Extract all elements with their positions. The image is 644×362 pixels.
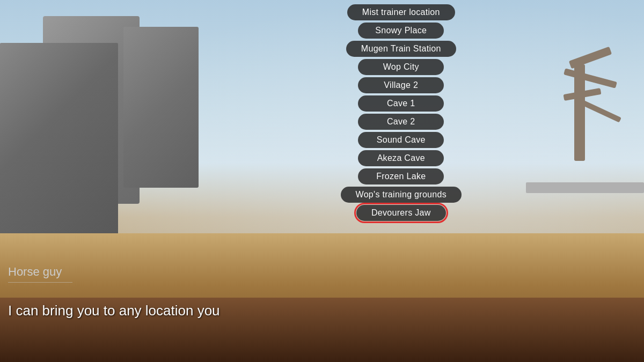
location-menu: Mist trainer locationSnowy PlaceMugen Tr… <box>341 4 462 221</box>
menu-item-village-2[interactable]: Village 2 <box>358 77 444 93</box>
menu-item-sound-cave[interactable]: Sound Cave <box>358 132 444 148</box>
menu-item-cave-2[interactable]: Cave 2 <box>358 114 444 130</box>
menu-item-wops-training-grounds[interactable]: Wop's training grounds <box>341 187 462 203</box>
menu-item-devourers-jaw[interactable]: Devourers Jaw <box>356 205 446 221</box>
menu-item-wop-city[interactable]: Wop City <box>358 59 444 75</box>
platform-right <box>526 182 644 193</box>
stone-block-front <box>0 43 118 247</box>
menu-item-akeza-cave[interactable]: Akeza Cave <box>358 150 444 166</box>
menu-item-mugen-train-station[interactable]: Mugen Train Station <box>346 41 456 57</box>
menu-item-frozen-lake[interactable]: Frozen Lake <box>358 168 444 184</box>
menu-item-cave-1[interactable]: Cave 1 <box>358 95 444 112</box>
stone-block-middle <box>123 27 199 188</box>
npc-name-underline <box>8 282 72 283</box>
menu-item-mist-trainer-location[interactable]: Mist trainer location <box>347 4 455 20</box>
menu-item-snowy-place[interactable]: Snowy Place <box>358 23 444 39</box>
npc-name: Horse guy <box>8 265 62 279</box>
dialog-text: I can bring you to any location you <box>8 302 220 319</box>
